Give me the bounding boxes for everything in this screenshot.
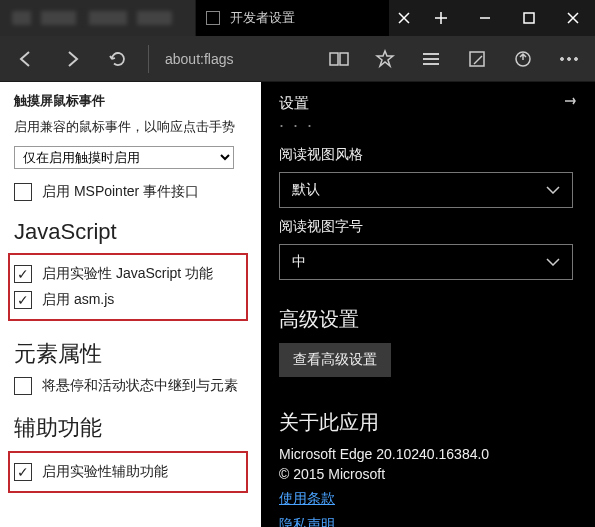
webnote-icon[interactable] bbox=[457, 39, 497, 79]
js-highlight-box: 启用实验性 JavaScript 功能 启用 asm.js bbox=[8, 253, 248, 321]
tab-title: 开发者设置 bbox=[230, 9, 295, 27]
a11y-heading: 辅助功能 bbox=[14, 413, 259, 443]
element-relay-label: 将悬停和活动状态中继到与元素 bbox=[42, 377, 238, 395]
minimize-button[interactable] bbox=[463, 0, 507, 36]
mspointer-label: 启用 MSPointer 事件接口 bbox=[42, 183, 199, 201]
toolbar-separator bbox=[148, 45, 149, 73]
reading-font-value: 中 bbox=[292, 253, 306, 271]
more-icon[interactable] bbox=[549, 39, 589, 79]
svg-rect-1 bbox=[470, 52, 484, 66]
about-heading: 关于此应用 bbox=[279, 409, 573, 436]
new-tab-button[interactable] bbox=[419, 0, 463, 36]
active-tab[interactable]: 开发者设置 bbox=[196, 0, 389, 36]
version-text: Microsoft Edge 20.10240.16384.0 bbox=[279, 446, 573, 462]
reading-style-select[interactable]: 默认 bbox=[279, 172, 573, 208]
view-advanced-button[interactable]: 查看高级设置 bbox=[279, 343, 391, 377]
touch-section-title: 触摸屏鼠标事件 bbox=[14, 92, 259, 110]
back-button[interactable] bbox=[6, 39, 46, 79]
pin-icon[interactable] bbox=[563, 94, 577, 112]
reading-style-value: 默认 bbox=[292, 181, 320, 199]
hub-icon[interactable] bbox=[411, 39, 451, 79]
chevron-down-icon bbox=[546, 186, 560, 194]
reading-style-label: 阅读视图风格 bbox=[279, 146, 573, 164]
advanced-heading: 高级设置 bbox=[279, 306, 573, 333]
privacy-link[interactable]: 隐私声明 bbox=[279, 516, 335, 527]
reading-font-label: 阅读视图字号 bbox=[279, 218, 573, 236]
window-close-button[interactable] bbox=[551, 0, 595, 36]
favorite-icon[interactable] bbox=[365, 39, 405, 79]
page-icon bbox=[206, 11, 220, 25]
element-relay-checkbox[interactable] bbox=[14, 377, 32, 395]
a11y-experimental-label: 启用实验性辅助功能 bbox=[42, 463, 168, 481]
panel-overflow-dots: · · · bbox=[279, 115, 573, 136]
flags-page: 触摸屏鼠标事件 启用兼容的鼠标事件，以响应点击手势 仅在启用触摸时启用 启用 M… bbox=[0, 82, 261, 527]
a11y-highlight-box: 启用实验性辅助功能 bbox=[8, 451, 248, 493]
asmjs-checkbox[interactable] bbox=[14, 291, 32, 309]
reading-view-icon[interactable] bbox=[319, 39, 359, 79]
inactive-tab-title bbox=[12, 11, 172, 25]
tab-close-button[interactable] bbox=[389, 0, 419, 36]
share-icon[interactable] bbox=[503, 39, 543, 79]
svg-point-4 bbox=[568, 57, 571, 60]
mspointer-checkbox[interactable] bbox=[14, 183, 32, 201]
chevron-down-icon bbox=[546, 258, 560, 266]
js-experimental-checkbox[interactable] bbox=[14, 265, 32, 283]
element-heading: 元素属性 bbox=[14, 339, 259, 369]
address-bar[interactable]: about:flags bbox=[159, 51, 313, 67]
svg-point-5 bbox=[575, 57, 578, 60]
maximize-button[interactable] bbox=[507, 0, 551, 36]
copyright-text: © 2015 Microsoft bbox=[279, 466, 573, 482]
inactive-tab[interactable] bbox=[0, 0, 196, 36]
svg-point-3 bbox=[561, 57, 564, 60]
touch-select[interactable]: 仅在启用触摸时启用 bbox=[14, 146, 234, 169]
a11y-experimental-checkbox[interactable] bbox=[14, 463, 32, 481]
refresh-button[interactable] bbox=[98, 39, 138, 79]
forward-button[interactable] bbox=[52, 39, 92, 79]
touch-desc: 启用兼容的鼠标事件，以响应点击手势 bbox=[14, 118, 259, 136]
svg-rect-0 bbox=[524, 13, 534, 23]
js-experimental-label: 启用实验性 JavaScript 功能 bbox=[42, 265, 213, 283]
reading-font-select[interactable]: 中 bbox=[279, 244, 573, 280]
javascript-heading: JavaScript bbox=[14, 219, 259, 245]
settings-panel: 设置 · · · 阅读视图风格 默认 阅读视图字号 中 高级设置 查看高级设置 … bbox=[261, 82, 595, 527]
asmjs-label: 启用 asm.js bbox=[42, 291, 114, 309]
terms-link[interactable]: 使用条款 bbox=[279, 490, 335, 508]
settings-panel-title: 设置 bbox=[279, 94, 573, 113]
